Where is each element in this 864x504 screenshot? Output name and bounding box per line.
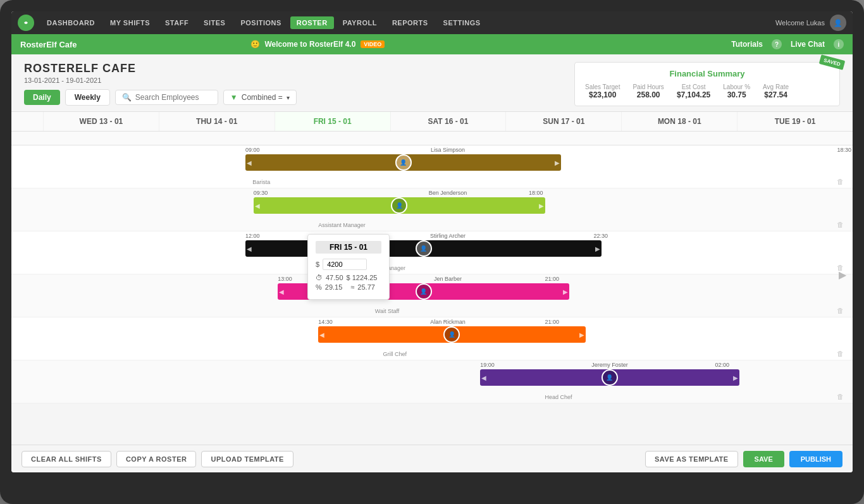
avg-icon: ≈ [350,283,354,291]
pct-icon: % [316,283,322,291]
arrow-left-alan[interactable]: ◀ [319,331,324,338]
shift-bar-jeremy[interactable]: ◀ 👤 ▶ [480,369,739,386]
arrow-right-alan[interactable]: ▶ [579,331,584,338]
scroll-right-hint[interactable]: ▶ [839,269,846,281]
sub-header: RosterElf Cafe 🙂 Welcome to RosterElf 4.… [11,34,853,54]
shift-start-jeremy: 19:00 [480,362,495,368]
financial-title: Financial Summary [585,69,829,78]
shift-row-ben: 09:30 Ben Jenderson 18:00 ◀ 👤 ▶ Assistan… [11,188,853,231]
footer-right-buttons: SAVE AS TEMPLATE SAVE PUBLISH [645,451,842,467]
delete-jeremy[interactable]: 🗑 [837,393,844,400]
metric-labour-pct: Labour % 30.75 [723,83,750,99]
shift-bar-alan[interactable]: ◀ 👤 ▶ [318,326,585,343]
delete-lisa[interactable]: 🗑 [837,178,844,185]
nav-reports[interactable]: REPORTS [386,16,435,29]
shift-end-stirling: 22:30 [593,233,608,239]
arrow-right-stirling[interactable]: ▶ [595,245,600,252]
shift-bar-ben[interactable]: ◀ 👤 ▶ [254,197,545,214]
delete-ben[interactable]: 🗑 [837,221,844,228]
nav-payroll[interactable]: PAYROLL [336,16,383,29]
filter-icon: ▼ [230,93,238,102]
day-tue[interactable]: TUE 19 - 01 [737,112,853,131]
roster-title-section: ROSTERELF CAFE 13-01-2021 - 19-01-2021 D… [24,62,297,106]
time-ruler: 6:00 7:00 8:00 9:00 10:00 11:00 12:00 13… [11,132,853,145]
upload-template-button[interactable]: UPLOAD TEMPLATE [201,451,293,467]
clear-all-shifts-button[interactable]: CLEAR ALL SHIFTS [22,451,111,467]
role-jen: Wait Staff [375,308,400,314]
save-button[interactable]: SAVE [743,451,784,467]
tooltip-sales-row: $ [316,259,381,270]
shift-timeline-jen: 13:00 Jen Barber 21:00 ◀ 👤 ▶ Wait Staff … [43,274,853,317]
shift-name-lisa: Lisa Simpson [431,147,465,153]
daily-view-button[interactable]: Daily [24,90,60,105]
day-wed[interactable]: WED 13 - 01 [43,112,159,131]
tutorials-link[interactable]: Tutorials [731,40,763,49]
arrow-left-lisa[interactable]: ◀ [247,159,252,166]
search-box[interactable]: 🔍 [115,90,218,105]
days-header-row: WED 13 - 01 THU 14 - 01 FRI 15 - 01 SAT … [11,112,853,132]
shift-timeline-ben: 09:30 Ben Jenderson 18:00 ◀ 👤 ▶ Assistan… [43,188,853,231]
day-sun[interactable]: SUN 17 - 01 [505,112,621,131]
arrow-left-jen[interactable]: ◀ [279,288,284,295]
video-badge[interactable]: VIDEO [361,40,385,48]
nav-settings[interactable]: SETTINGS [437,16,487,29]
arrow-left-stirling[interactable]: ◀ [247,245,252,252]
metric-est-cost: Est Cost $7,104.25 [677,83,710,99]
livechat-link[interactable]: Live Chat [791,40,825,49]
shift-start-ben: 09:30 [254,190,268,196]
search-input[interactable] [135,93,211,102]
shift-name-jeremy: Jeremy Foster [591,362,628,368]
nav-roster[interactable]: ROSTER [290,16,334,29]
tooltip-hours-row: ⏱ 47.50 $ 1224.25 [316,274,381,281]
day-thu[interactable]: THU 14 - 01 [159,112,275,131]
publish-button[interactable]: PUBLISH [789,451,842,467]
tooltip-hours: 47.50 [326,274,343,281]
tooltip-sales-input[interactable] [323,259,367,270]
clock-icon: ⏱ [316,274,323,281]
delete-jen[interactable]: 🗑 [837,307,844,314]
shift-end-jeremy: 02:00 [715,362,729,368]
day-fri[interactable]: FRI 15 - 01 [275,112,390,131]
delete-alan[interactable]: 🗑 [837,350,844,357]
nav-positions[interactable]: POSITIONS [234,16,287,29]
shift-bar-lisa[interactable]: ◀ 👤 ▶ [245,154,561,171]
copy-roster-button[interactable]: COPY A ROSTER [116,451,197,467]
arrow-right-jeremy[interactable]: ▶ [733,374,738,381]
save-as-template-button[interactable]: SAVE AS TEMPLATE [645,451,738,467]
combined-filter[interactable]: ▼ Combined = ▾ [223,90,297,105]
nav-sites[interactable]: SITES [197,16,231,29]
day-mon[interactable]: MON 18 - 01 [621,112,737,131]
tooltip-day-label: FRI 15 - 01 [316,241,381,254]
arrow-right-ben[interactable]: ▶ [539,202,544,209]
tooltip-popup: FRI 15 - 01 $ ⏱ 47.50 $ 1224.25 % 29 [307,234,390,300]
arrow-left-jeremy[interactable]: ◀ [481,374,486,381]
avatar-jeremy: 👤 [602,369,618,386]
shift-timeline-alan: 14:30 Alan Rickman 21:00 ◀ 👤 ▶ Grill Che… [43,317,853,360]
arrow-left-ben[interactable]: ◀ [255,202,260,209]
shift-name-jen: Jen Barber [434,276,462,282]
shift-row-lisa: 09:00 Lisa Simpson 18:30 ◀ 👤 ▶ Barista 🗑 [11,145,853,188]
shift-name-stirling: Stirling Archer [430,233,466,239]
smiley-icon: 🙂 [250,40,260,49]
arrow-right-jen[interactable]: ▶ [563,288,568,295]
metric-sales-target: Sales Target $23,100 [585,83,620,99]
footer: CLEAR ALL SHIFTS COPY A ROSTER UPLOAD TE… [11,445,853,472]
welcome-text: Welcome Lukas [775,19,825,27]
nav-staff[interactable]: STAFF [159,16,195,29]
shift-start-lisa: 09:00 [245,147,260,153]
shift-bar-stirling[interactable]: ◀ 👤 ▶ [245,240,602,257]
role-alan: Grill Chef [383,351,407,357]
nav-myshifts[interactable]: MY SHIFTS [104,16,156,29]
site-name: RosterElf Cafe [20,40,77,49]
gutter [11,112,43,131]
nav-dashboard[interactable]: DASHBOARD [40,16,101,29]
avatar-alan: 👤 [443,326,460,343]
main-content: ROSTERELF CAFE 13-01-2021 - 19-01-2021 D… [11,54,853,445]
day-sat[interactable]: SAT 16 - 01 [390,112,506,131]
arrow-right-lisa[interactable]: ▶ [555,159,560,166]
user-avatar[interactable]: 👤 [830,15,846,31]
shift-start-alan: 14:30 [318,319,333,325]
nav-logo[interactable] [18,15,34,31]
weekly-view-button[interactable]: Weekly [65,89,110,106]
metric-avg-rate: Avg Rate $27.54 [763,83,789,99]
